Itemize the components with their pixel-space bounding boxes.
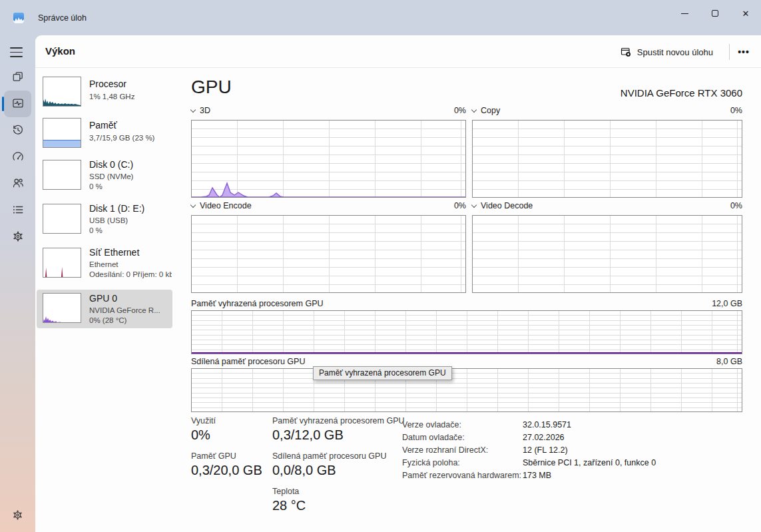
stat-value: 0,3/20,0 GB — [191, 463, 262, 478]
task-manager-app-icon — [13, 13, 24, 23]
chart-header-3d[interactable]: 3D 0% — [191, 105, 466, 116]
detail-label: Datum ovladače: — [402, 433, 523, 442]
list-item-disk0[interactable]: Disk 0 (C:) SSD (NVMe) 0 % — [37, 158, 172, 199]
performance-icon — [12, 97, 24, 109]
chart-dedicated-memory[interactable] — [191, 310, 742, 354]
list-item-memory[interactable]: Paměť 3,7/15,9 GB (23 %) — [37, 116, 172, 157]
content-card: Výkon Spustit novou úlohu ••• Procesor 1… — [35, 35, 761, 532]
chart-header-copy[interactable]: Copy 0% — [472, 105, 742, 116]
stats-column-2: Paměť vyhrazená procesorem GPU 0,3/12,0 … — [272, 416, 405, 522]
chevron-down-icon — [471, 107, 477, 113]
stat-label: Teplota — [272, 487, 405, 496]
new-task-icon — [621, 47, 631, 57]
sidebar-item-startup-apps[interactable] — [0, 143, 35, 170]
chart-header-video-encode[interactable]: Video Encode 0% — [191, 200, 466, 211]
services-gear-icon — [12, 230, 24, 242]
detail-value: 32.0.15.9571 — [523, 420, 656, 429]
detail-label: Paměť rezervovaná hardwarem: — [402, 471, 523, 480]
chart-shared-memory[interactable] — [191, 368, 742, 412]
history-clock-icon — [12, 124, 24, 136]
gpu-panel-title: GPU — [191, 77, 232, 98]
task-manager-window: Správce úloh ✕ — [0, 0, 761, 532]
chevron-down-icon — [190, 107, 196, 113]
run-new-task-button[interactable]: Spustit novou úlohu — [617, 41, 717, 63]
detail-label: Verze rozhraní DirectX: — [402, 445, 523, 455]
sidebar-item-app-history[interactable] — [0, 117, 35, 143]
detail-value: 27.02.2026 — [523, 433, 656, 442]
disk0-mini-chart — [43, 160, 81, 190]
window-title: Správce úloh — [38, 13, 87, 23]
sidebar-item-details[interactable] — [0, 196, 35, 223]
stat-label: Paměť vyhrazená procesorem GPU — [272, 416, 405, 425]
gear-icon — [12, 509, 23, 521]
list-item-ethernet[interactable]: Síť Ethernet Ethernet Odesílání: 0 Příje… — [37, 246, 172, 287]
stat-value: 0,0/8,0 GB — [272, 463, 405, 478]
dedicated-memory-scale: 12,0 GB — [712, 299, 742, 309]
menu-icon[interactable] — [10, 47, 23, 57]
chart-value-video-decode: 0% — [730, 201, 742, 210]
gpu-3d-usage-spikes — [192, 121, 465, 197]
processes-icon — [12, 71, 24, 83]
stat-label: Využití — [191, 416, 262, 425]
list-item-gpu0[interactable]: GPU 0 NVIDIA GeForce R... 0% (28 °C) — [37, 290, 172, 328]
chart-header-video-decode[interactable]: Video Decode 0% — [472, 200, 742, 211]
dedicated-memory-usage-line — [192, 352, 742, 354]
maximize-button[interactable] — [700, 0, 730, 27]
chart-value-3d: 0% — [454, 106, 466, 115]
detail-value: Sběrnice PCI 1, zařízení 0, funkce 0 — [523, 458, 656, 467]
titlebar: Správce úloh ✕ — [0, 0, 761, 35]
maximize-icon — [712, 10, 718, 17]
more-options-button[interactable]: ••• — [733, 41, 754, 63]
memory-mini-chart — [43, 118, 81, 148]
detail-label: Verze ovladače: — [402, 420, 523, 429]
chevron-down-icon — [190, 202, 196, 208]
stat-value: 0,3/12,0 GB — [272, 427, 405, 443]
close-icon: ✕ — [742, 9, 750, 18]
detail-value: 12 (FL 12.2) — [523, 445, 656, 455]
header-rule — [35, 67, 761, 68]
gpu-mini-chart — [43, 293, 81, 323]
sidebar-item-users[interactable] — [0, 170, 35, 196]
chart-copy[interactable] — [472, 120, 742, 198]
chart-video-decode[interactable] — [472, 215, 742, 293]
ellipsis-icon: ••• — [738, 47, 750, 57]
dedicated-memory-header: Paměť vyhrazená procesorem GPU 12,0 GB — [191, 299, 742, 309]
sidebar-item-services[interactable] — [0, 223, 35, 250]
minimize-button[interactable] — [669, 0, 700, 27]
chart-value-copy: 0% — [730, 106, 742, 115]
shared-memory-header: Sdílená paměť procesoru GPU 8,0 GB — [191, 357, 742, 367]
chart-value-video-encode: 0% — [454, 201, 466, 210]
sidebar-item-processes[interactable] — [0, 63, 35, 90]
header-divider — [729, 44, 730, 60]
driver-details: Verze ovladače: 32.0.15.9571 Datum ovlad… — [402, 420, 656, 480]
chevron-down-icon — [471, 202, 477, 208]
shared-memory-scale: 8,0 GB — [716, 357, 742, 367]
nav-rail — [0, 35, 35, 532]
chart-tooltip: Paměť vyhrazená procesorem GPU — [313, 366, 452, 380]
run-new-task-label: Spustit novou úlohu — [637, 47, 713, 57]
minimize-icon — [681, 13, 688, 14]
gpu-device-name: NVIDIA GeForce RTX 3060 — [621, 87, 742, 99]
ethernet-mini-chart — [43, 248, 81, 278]
list-item-disk1[interactable]: Disk 1 (D: E:) USB (USB) 0 % — [37, 202, 172, 243]
stat-label: Paměť GPU — [191, 451, 262, 461]
stat-value: 0% — [191, 427, 262, 443]
stat-value: 28 °C — [272, 498, 405, 513]
chart-video-encode[interactable] — [191, 215, 466, 293]
settings-button[interactable] — [0, 501, 35, 528]
detail-value: 173 MB — [523, 471, 656, 480]
stat-label: Sdílená paměť procesoru GPU — [272, 451, 405, 461]
speedometer-icon — [12, 150, 24, 162]
chart-3d[interactable] — [191, 120, 466, 198]
memory-usage-fill — [43, 140, 81, 147]
list-item-cpu[interactable]: Procesor 1% 1,48 GHz — [37, 75, 172, 116]
page-title: Výkon — [45, 45, 75, 57]
cpu-mini-chart — [43, 77, 81, 107]
detail-label: Fyzická poloha: — [402, 458, 523, 467]
sidebar-item-performance[interactable] — [0, 90, 35, 117]
close-button[interactable]: ✕ — [730, 0, 761, 27]
disk1-mini-chart — [43, 204, 81, 234]
users-icon — [12, 177, 24, 189]
stats-column-1: Využití 0% Paměť GPU 0,3/20,0 GB — [191, 416, 262, 487]
list-icon — [12, 204, 24, 216]
